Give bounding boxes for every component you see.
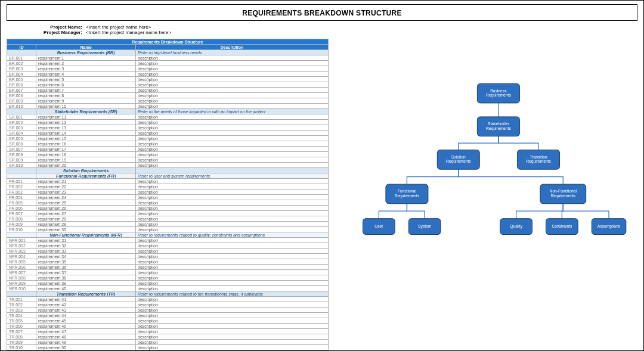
svg-text:Requirements: Requirements xyxy=(395,194,420,198)
table-row: FR.003requirement 23description xyxy=(7,190,329,195)
table-row: FR.009requirement 29description xyxy=(7,222,329,227)
section-desc: Refer to the needs of those impacted or … xyxy=(136,109,329,114)
col-name: Name xyxy=(36,45,136,50)
svg-text:Quality: Quality xyxy=(510,224,523,229)
diagram-node-asm: Assumptions xyxy=(592,219,626,235)
table-row: BR.006requirement 6description xyxy=(7,82,329,88)
table-row: BR.008requirement 8description xyxy=(7,93,329,98)
table-row: TR.002requirement 42description xyxy=(7,302,329,307)
section-title: Business Requirements (BR) xyxy=(36,50,136,55)
table-row: TR.005requirement 45description xyxy=(7,318,329,324)
title-box: REQUIREMENTS BREAKDOWN STRUCTURE xyxy=(7,4,637,21)
table-row: NFR.009requirement 39description xyxy=(7,281,329,286)
table-row: BR.001requirement 1description xyxy=(7,55,329,61)
section-title: Solution Requirements xyxy=(36,168,136,173)
section-title: Transition Requirements (TR) xyxy=(36,291,136,297)
rbs-diagram: BusinessRequirementsStakeholderRequireme… xyxy=(329,39,637,350)
table-row: NFR.002requirement 32description xyxy=(7,243,329,249)
table-banner: Requirements Breakdown Structure xyxy=(7,39,329,45)
table-row: NFR.005requirement 35description xyxy=(7,259,329,265)
table-row: NFR.006requirement 36description xyxy=(7,265,329,270)
table-row: TR.004requirement 44description xyxy=(7,313,329,318)
table-row: SR.004requirement 14description xyxy=(7,131,329,136)
rbs-table: Requirements Breakdown StructureIDNameDe… xyxy=(7,39,329,350)
table-row: FR.004requirement 24description xyxy=(7,195,329,200)
project-name-value[interactable]: <Insert the project name here> xyxy=(86,24,151,30)
svg-text:Requirements: Requirements xyxy=(526,159,551,164)
table-row: SR.010requirement 20description xyxy=(7,163,329,168)
diagram-node-nfr: Non-FunctionalRequirements xyxy=(540,184,586,204)
svg-text:Transition: Transition xyxy=(530,155,547,159)
table-row: TR.003requirement 43description xyxy=(7,307,329,313)
table-row: BR.005requirement 5description xyxy=(7,77,329,82)
svg-text:Requirements: Requirements xyxy=(550,194,575,198)
svg-text:Functional: Functional xyxy=(398,189,416,193)
table-row: SR.002requirement 12description xyxy=(7,120,329,125)
diagram-node-fr: FunctionalRequirements xyxy=(386,184,428,204)
svg-text:Requirements: Requirements xyxy=(486,126,511,131)
table-row: TR.006requirement 46description xyxy=(7,324,329,329)
table-row: NFR.004requirement 34description xyxy=(7,254,329,259)
svg-text:System: System xyxy=(418,224,432,229)
table-row: SR.009requirement 19description xyxy=(7,157,329,163)
svg-text:Business: Business xyxy=(490,89,507,93)
section-title: Non-Functional Requirements (NFR) xyxy=(36,232,136,238)
table-row: TR.009requirement 49description xyxy=(7,340,329,345)
pm-label: Project Manager: xyxy=(7,30,86,35)
svg-text:Requirements: Requirements xyxy=(446,159,471,164)
svg-text:User: User xyxy=(374,224,383,228)
table-row: TR.007requirement 47description xyxy=(7,329,329,334)
section-title: Functional Requirements (FR) xyxy=(36,173,136,179)
col-desc: Description xyxy=(136,45,329,50)
table-row: BR.007requirement 7description xyxy=(7,88,329,93)
table-row: NFR.010requirement 40description xyxy=(7,286,329,291)
table-row: FR.008requirement 28description xyxy=(7,216,329,222)
table-row: FR.006requirement 26description xyxy=(7,206,329,211)
table-row: BR.009requirement 9description xyxy=(7,98,329,104)
table-row: TR.008requirement 48description xyxy=(7,334,329,340)
section-desc: Refer to requirements related to quality… xyxy=(136,232,329,238)
table-row: NFR.008requirement 38description xyxy=(7,275,329,281)
table-row: FR.001requirement 21description xyxy=(7,179,329,184)
diagram-node-tr: TransitionRequirements xyxy=(518,150,560,170)
svg-text:Constraints: Constraints xyxy=(552,224,572,228)
table-row: SR.007requirement 17description xyxy=(7,147,329,152)
table-row: BR.003requirement 3description xyxy=(7,66,329,72)
diagram-node-con: Constraints xyxy=(546,219,578,235)
diagram-node-br: BusinessRequirements xyxy=(477,83,519,103)
table-row: FR.005requirement 25description xyxy=(7,200,329,206)
table-row: SR.001requirement 11description xyxy=(7,114,329,120)
project-name-label: Project Name: xyxy=(7,24,86,30)
col-id: ID xyxy=(7,45,36,50)
svg-text:Assumptions: Assumptions xyxy=(597,224,621,229)
svg-text:Requirements: Requirements xyxy=(486,93,511,98)
page-title: REQUIREMENTS BREAKDOWN STRUCTURE xyxy=(242,9,402,17)
table-row: SR.006requirement 16description xyxy=(7,141,329,147)
svg-text:Stakeholder: Stakeholder xyxy=(488,122,510,126)
table-row: TR.010requirement 50description xyxy=(7,345,329,350)
section-desc: Refer to user and system requirements xyxy=(136,173,329,179)
svg-text:Solution: Solution xyxy=(451,155,466,159)
section-desc xyxy=(136,168,329,173)
diagram-node-qual: Quality xyxy=(500,219,532,235)
diagram-node-sh: StakeholderRequirements xyxy=(477,117,519,136)
table-row: SR.005requirement 15description xyxy=(7,136,329,141)
section-desc: Refer to high-level business needs xyxy=(136,50,329,55)
table-row: FR.007requirement 27description xyxy=(7,211,329,216)
table-row: BR.010requirement 10description xyxy=(7,104,329,109)
table-row: NFR.001requirement 31description xyxy=(7,238,329,243)
section-title: Stakeholder Requirements (SR) xyxy=(36,109,136,114)
table-row: BR.004requirement 4description xyxy=(7,72,329,77)
table-row: SR.008requirement 18description xyxy=(7,152,329,157)
section-desc: Refer to requirements related to the tra… xyxy=(136,291,329,297)
diagram-node-user: User xyxy=(363,219,395,235)
table-row: FR.010requirement 30description xyxy=(7,227,329,232)
meta-block: Project Name: <Insert the project name h… xyxy=(7,24,637,35)
table-row: FR.002requirement 22description xyxy=(7,184,329,190)
pm-value[interactable]: <Insert the project manager name here> xyxy=(86,30,171,35)
svg-text:Non-Functional: Non-Functional xyxy=(550,189,577,193)
table-row: NFR.003requirement 33description xyxy=(7,249,329,254)
table-row: SR.003requirement 13description xyxy=(7,125,329,131)
table-row: NFR.007requirement 37description xyxy=(7,270,329,275)
diagram-node-sol: SolutionRequirements xyxy=(437,150,479,170)
